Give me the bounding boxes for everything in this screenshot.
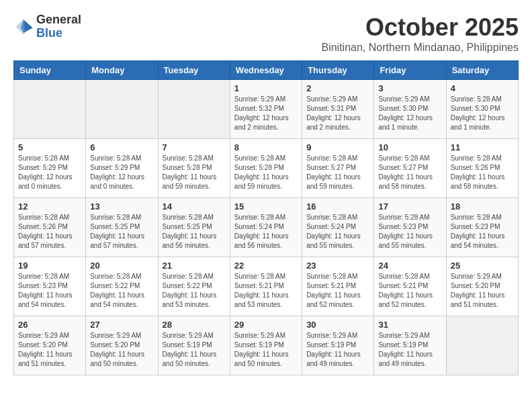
day-number: 9 (306, 142, 369, 152)
weekday-header: Saturday (446, 61, 518, 80)
day-info: Sunrise: 5:29 AM Sunset: 5:32 PM Dayligh… (234, 95, 298, 132)
day-info: Sunrise: 5:29 AM Sunset: 5:19 PM Dayligh… (163, 331, 226, 369)
day-number: 16 (306, 201, 369, 212)
day-info: Sunrise: 5:28 AM Sunset: 5:28 PM Dayligh… (234, 154, 298, 191)
day-number: 24 (378, 261, 441, 271)
calendar-cell: 7Sunrise: 5:28 AM Sunset: 5:28 PM Daylig… (158, 139, 230, 198)
weekday-header: Thursday (302, 61, 374, 80)
calendar-cell: 1Sunrise: 5:29 AM Sunset: 5:32 PM Daylig… (230, 80, 302, 139)
day-info: Sunrise: 5:28 AM Sunset: 5:30 PM Dayligh… (451, 95, 514, 132)
day-info: Sunrise: 5:28 AM Sunset: 5:22 PM Dayligh… (163, 272, 226, 310)
day-info: Sunrise: 5:28 AM Sunset: 5:25 PM Dayligh… (163, 213, 226, 250)
day-number: 25 (451, 261, 514, 271)
day-number: 18 (451, 201, 514, 212)
calendar-week-row: 5Sunrise: 5:28 AM Sunset: 5:29 PM Daylig… (14, 139, 519, 198)
day-number: 2 (306, 83, 369, 93)
day-number: 23 (306, 261, 369, 271)
calendar-cell (158, 80, 230, 139)
month-title: October 2025 (321, 13, 519, 42)
logo-text: General Blue (36, 13, 81, 40)
day-number: 11 (451, 142, 514, 152)
calendar-cell: 27Sunrise: 5:29 AM Sunset: 5:20 PM Dayli… (86, 316, 158, 375)
day-number: 7 (163, 142, 226, 152)
day-info: Sunrise: 5:28 AM Sunset: 5:25 PM Dayligh… (90, 213, 153, 250)
calendar-cell: 24Sunrise: 5:28 AM Sunset: 5:21 PM Dayli… (374, 257, 446, 316)
day-info: Sunrise: 5:28 AM Sunset: 5:21 PM Dayligh… (306, 272, 369, 310)
calendar-cell: 14Sunrise: 5:28 AM Sunset: 5:25 PM Dayli… (158, 198, 230, 257)
day-info: Sunrise: 5:28 AM Sunset: 5:21 PM Dayligh… (234, 272, 298, 310)
weekday-header: Sunday (14, 61, 86, 80)
calendar-cell: 21Sunrise: 5:28 AM Sunset: 5:22 PM Dayli… (158, 257, 230, 316)
day-number: 3 (378, 83, 441, 93)
day-number: 26 (18, 320, 81, 330)
day-info: Sunrise: 5:29 AM Sunset: 5:20 PM Dayligh… (18, 331, 81, 369)
day-number: 21 (163, 261, 226, 271)
day-info: Sunrise: 5:28 AM Sunset: 5:23 PM Dayligh… (378, 213, 441, 250)
day-info: Sunrise: 5:28 AM Sunset: 5:28 PM Dayligh… (163, 154, 226, 191)
calendar-cell: 20Sunrise: 5:28 AM Sunset: 5:22 PM Dayli… (86, 257, 158, 316)
calendar-cell: 3Sunrise: 5:29 AM Sunset: 5:30 PM Daylig… (374, 80, 446, 139)
day-number: 12 (18, 201, 81, 212)
calendar-cell: 22Sunrise: 5:28 AM Sunset: 5:21 PM Dayli… (230, 257, 302, 316)
calendar-cell: 17Sunrise: 5:28 AM Sunset: 5:23 PM Dayli… (374, 198, 446, 257)
day-number: 14 (163, 201, 226, 212)
calendar-cell: 16Sunrise: 5:28 AM Sunset: 5:24 PM Dayli… (302, 198, 374, 257)
day-number: 30 (306, 320, 369, 330)
calendar-cell (446, 316, 518, 375)
calendar-cell: 6Sunrise: 5:28 AM Sunset: 5:29 PM Daylig… (86, 139, 158, 198)
day-info: Sunrise: 5:29 AM Sunset: 5:30 PM Dayligh… (378, 95, 441, 132)
day-number: 10 (378, 142, 441, 152)
day-number: 20 (90, 261, 153, 271)
calendar-week-row: 12Sunrise: 5:28 AM Sunset: 5:26 PM Dayli… (14, 198, 519, 257)
calendar-cell: 11Sunrise: 5:28 AM Sunset: 5:26 PM Dayli… (446, 139, 518, 198)
logo-general: General (36, 13, 81, 27)
day-number: 1 (234, 83, 298, 93)
day-number: 28 (163, 320, 226, 330)
day-number: 15 (234, 201, 298, 212)
day-info: Sunrise: 5:28 AM Sunset: 5:21 PM Dayligh… (378, 272, 441, 310)
calendar-cell: 18Sunrise: 5:28 AM Sunset: 5:23 PM Dayli… (446, 198, 518, 257)
day-info: Sunrise: 5:28 AM Sunset: 5:23 PM Dayligh… (451, 213, 514, 250)
day-info: Sunrise: 5:28 AM Sunset: 5:26 PM Dayligh… (18, 213, 81, 250)
calendar-cell: 23Sunrise: 5:28 AM Sunset: 5:21 PM Dayli… (302, 257, 374, 316)
day-info: Sunrise: 5:28 AM Sunset: 5:22 PM Dayligh… (90, 272, 153, 310)
day-number: 6 (90, 142, 153, 152)
calendar-cell: 29Sunrise: 5:29 AM Sunset: 5:19 PM Dayli… (230, 316, 302, 375)
day-info: Sunrise: 5:29 AM Sunset: 5:19 PM Dayligh… (378, 331, 441, 369)
calendar-cell: 12Sunrise: 5:28 AM Sunset: 5:26 PM Dayli… (14, 198, 86, 257)
calendar-header: SundayMondayTuesdayWednesdayThursdayFrid… (14, 61, 519, 80)
weekday-row: SundayMondayTuesdayWednesdayThursdayFrid… (14, 61, 519, 80)
calendar-cell: 28Sunrise: 5:29 AM Sunset: 5:19 PM Dayli… (158, 316, 230, 375)
calendar-table: SundayMondayTuesdayWednesdayThursdayFrid… (13, 60, 519, 375)
day-number: 22 (234, 261, 298, 271)
day-number: 19 (18, 261, 81, 271)
calendar-cell: 19Sunrise: 5:28 AM Sunset: 5:23 PM Dayli… (14, 257, 86, 316)
calendar-week-row: 1Sunrise: 5:29 AM Sunset: 5:32 PM Daylig… (14, 80, 519, 139)
logo: General Blue (13, 13, 81, 40)
day-info: Sunrise: 5:29 AM Sunset: 5:19 PM Dayligh… (306, 331, 369, 369)
calendar-cell: 10Sunrise: 5:28 AM Sunset: 5:27 PM Dayli… (374, 139, 446, 198)
calendar-week-row: 26Sunrise: 5:29 AM Sunset: 5:20 PM Dayli… (14, 316, 519, 375)
calendar-cell: 8Sunrise: 5:28 AM Sunset: 5:28 PM Daylig… (230, 139, 302, 198)
location-title: Binitinan, Northern Mindanao, Philippine… (321, 42, 519, 54)
page-header: General Blue October 2025 Binitinan, Nor… (13, 13, 519, 54)
calendar-cell: 31Sunrise: 5:29 AM Sunset: 5:19 PM Dayli… (374, 316, 446, 375)
calendar-cell: 15Sunrise: 5:28 AM Sunset: 5:24 PM Dayli… (230, 198, 302, 257)
calendar-cell (14, 80, 86, 139)
calendar-week-row: 19Sunrise: 5:28 AM Sunset: 5:23 PM Dayli… (14, 257, 519, 316)
day-info: Sunrise: 5:28 AM Sunset: 5:29 PM Dayligh… (18, 154, 81, 191)
weekday-header: Monday (86, 61, 158, 80)
calendar-cell: 13Sunrise: 5:28 AM Sunset: 5:25 PM Dayli… (86, 198, 158, 257)
day-info: Sunrise: 5:29 AM Sunset: 5:19 PM Dayligh… (234, 331, 298, 369)
day-info: Sunrise: 5:29 AM Sunset: 5:31 PM Dayligh… (306, 95, 369, 132)
calendar-cell: 4Sunrise: 5:28 AM Sunset: 5:30 PM Daylig… (446, 80, 518, 139)
calendar-cell: 26Sunrise: 5:29 AM Sunset: 5:20 PM Dayli… (14, 316, 86, 375)
title-block: October 2025 Binitinan, Northern Mindana… (321, 13, 519, 54)
calendar-cell: 30Sunrise: 5:29 AM Sunset: 5:19 PM Dayli… (302, 316, 374, 375)
day-info: Sunrise: 5:28 AM Sunset: 5:27 PM Dayligh… (378, 154, 441, 191)
day-number: 31 (378, 320, 441, 330)
day-number: 8 (234, 142, 298, 152)
day-info: Sunrise: 5:28 AM Sunset: 5:24 PM Dayligh… (234, 213, 298, 250)
day-info: Sunrise: 5:29 AM Sunset: 5:20 PM Dayligh… (90, 331, 153, 369)
logo-blue: Blue (36, 27, 81, 40)
